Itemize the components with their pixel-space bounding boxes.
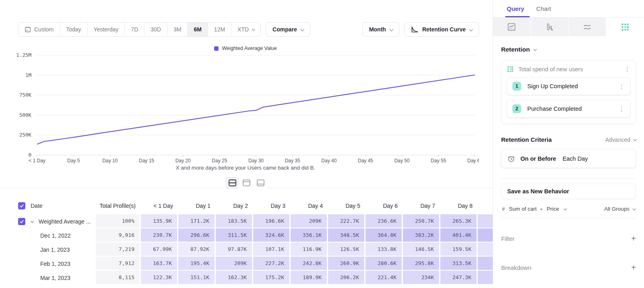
layout-toggle-group: [225, 176, 268, 190]
compare-label: Compare: [272, 26, 297, 33]
x-axis-tick: Day 40: [321, 158, 336, 164]
check-icon: [19, 219, 24, 224]
heat-cell: 183.5K: [216, 214, 253, 228]
row-label: Weighted Average ...: [39, 218, 91, 225]
table-row[interactable]: Weighted Average ...100%135.9K171.2K183.…: [0, 214, 493, 228]
heat-cell: 260.9K: [328, 257, 365, 271]
layout-chart-focus-button[interactable]: [240, 177, 253, 189]
heat-cell: 116.9K: [291, 242, 328, 257]
retention-tab[interactable]: [606, 18, 644, 36]
flows-tab[interactable]: [569, 18, 607, 36]
heat-cell: 175.2K: [253, 271, 291, 285]
heat-cell: 336.1K: [291, 228, 328, 242]
range-xtd[interactable]: XTD: [231, 23, 260, 36]
range-label: 12M: [214, 26, 225, 33]
heat-cell-clipped: [478, 228, 493, 242]
funnels-tab[interactable]: [531, 18, 569, 36]
retention-criteria-row: Retention Criteria Advanced: [501, 136, 636, 143]
heat-cell: 222.7K: [328, 214, 365, 228]
insights-icon: [507, 23, 516, 31]
calendar-icon: [25, 26, 31, 33]
heat-cell: 247.3K: [440, 271, 478, 285]
row-label-cell: Jan 1, 2023: [0, 242, 96, 257]
behavior-step-1[interactable]: 1Sign Up Completed⋮: [507, 77, 630, 95]
criteria-title: Retention Criteria: [501, 136, 552, 143]
save-as-new-behavior-button[interactable]: Save as New Behavior: [501, 184, 636, 199]
retention-section-dropdown[interactable]: Retention: [501, 46, 636, 53]
range-6m[interactable]: 6M: [188, 23, 208, 36]
total-profiles-cell: 9,916: [96, 228, 141, 242]
total-profiles-cell: 100%: [96, 214, 141, 228]
all-groups-dropdown[interactable]: All Groups: [604, 206, 635, 212]
legend-item[interactable]: Weighted Average Value: [214, 46, 277, 51]
step-number-badge: 2: [512, 104, 521, 113]
table-header-row: DateTotal Profile(s)< 1 DayDay 1Day 2Day…: [0, 197, 493, 214]
compare-button[interactable]: Compare: [266, 22, 310, 37]
heat-cell: 230.7K: [141, 228, 178, 242]
condition-operator: On or Before: [520, 155, 556, 162]
heat-cell: 234K: [403, 271, 440, 285]
chart-legend: Weighted Average Value: [12, 46, 479, 52]
heat-cell: 189.9K: [291, 271, 328, 285]
retention-icon: [621, 23, 630, 31]
main-panel: CustomTodayYesterday7D30D3M6M12MXTD Comp…: [0, 0, 493, 288]
layout-split-even-button[interactable]: [226, 177, 239, 189]
range-7d[interactable]: 7D: [125, 23, 144, 36]
header-day-3: Day 3: [253, 203, 291, 209]
table-row[interactable]: Dec 1, 20229,916230.7K296.6K311.5K324.6K…: [0, 228, 493, 242]
number-property-icon: #: [502, 206, 505, 212]
y-axis-tick: 0: [28, 152, 31, 158]
heat-cell: 324.6K: [253, 228, 291, 242]
heat-cell: 67.99K: [141, 242, 178, 257]
criteria-condition-button[interactable]: On or Before Each Day: [501, 149, 636, 168]
header-day-5: Day 5: [328, 203, 365, 209]
funnels-icon: [545, 23, 554, 31]
range-label: 7D: [131, 26, 138, 33]
advanced-dropdown[interactable]: Advanced: [605, 137, 636, 143]
sidebar-tabs: Query Chart: [493, 0, 644, 18]
table-row[interactable]: Mar 1, 20238,115122.3K151.1K162.3K175.2K…: [0, 271, 493, 285]
retention-series-line[interactable]: [37, 75, 475, 144]
alarm-clock-icon: [507, 155, 515, 163]
heat-cell-clipped: [478, 214, 493, 228]
measure-name: Sum of cart: [509, 206, 537, 212]
chart-type-button[interactable]: Retention Curve: [404, 22, 479, 37]
row-checkbox[interactable]: [18, 202, 25, 209]
range-yesterday[interactable]: Yesterday: [88, 23, 125, 36]
behavior-menu-button[interactable]: ⋮: [624, 66, 630, 72]
range-today[interactable]: Today: [60, 23, 87, 36]
tab-chart[interactable]: Chart: [536, 0, 551, 17]
behavior-step-2[interactable]: 2Purchase Completed⋮: [507, 100, 630, 118]
add-breakdown-button[interactable]: +: [631, 263, 636, 271]
step-menu-button[interactable]: ⋮: [619, 83, 625, 89]
table-row[interactable]: Jan 1, 20237,21967.99K87.92K97.87K107.1K…: [0, 242, 493, 257]
range-custom[interactable]: Custom: [19, 23, 60, 36]
toolbar-right: Month Retention Curve: [357, 22, 479, 37]
chevron-down-icon: [633, 138, 636, 141]
heat-cell-clipped: [478, 271, 493, 285]
layout-table-focus-button[interactable]: [254, 177, 267, 189]
heat-cell: 227.2K: [253, 257, 291, 271]
step-menu-button[interactable]: ⋮: [619, 106, 625, 112]
chevron-down-icon: [632, 207, 636, 210]
table-row[interactable]: Feb 1, 20237,912163.7K195.4K209K227.2K24…: [0, 257, 493, 271]
row-checkbox[interactable]: [18, 218, 25, 225]
range-label: 3M: [173, 26, 181, 33]
x-axis-tick: Day 20: [175, 158, 191, 164]
chevron-down-icon: [564, 207, 567, 210]
chevron-down-icon: [389, 27, 393, 31]
range-3m[interactable]: 3M: [167, 23, 188, 36]
expand-chevron-icon[interactable]: [31, 219, 34, 222]
granularity-button[interactable]: Month: [362, 22, 399, 37]
insights-tab[interactable]: [493, 18, 531, 36]
split-bottom-icon: [256, 179, 265, 187]
filter-label: Filter: [501, 235, 514, 242]
filter-row: Filter +: [501, 234, 636, 242]
tab-query[interactable]: Query: [507, 0, 524, 17]
range-12m[interactable]: 12M: [208, 23, 231, 36]
x-axis-tick: Day 50: [394, 158, 410, 164]
legend-label: Weighted Average Value: [222, 46, 277, 51]
granularity-label: Month: [369, 26, 386, 33]
add-filter-button[interactable]: +: [631, 234, 636, 242]
range-30d[interactable]: 30D: [144, 23, 167, 36]
